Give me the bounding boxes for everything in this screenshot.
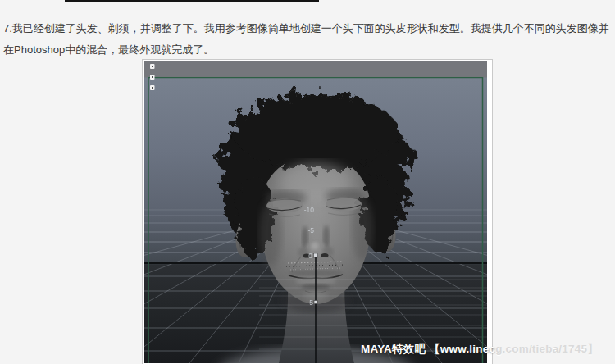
article-page: 7.我已经创建了头发、剃须，并调整了下。我用参考图像简单地创建一个头下面的头皮形… [0,0,615,364]
viewport-canvas: -10 -5 0 5 [144,61,487,363]
previous-image-edge-bar [65,0,319,2]
tutorial-image: -10 -5 0 5 [142,59,493,364]
tutorial-step-text: 7.我已经创建了头发、剃须，并调整了下。我用参考图像简单地创建一个头下面的头皮形… [3,18,613,61]
watermark-overflow: g.com/tieba/1745】 [495,343,599,355]
grid-label-neg5: -5 [308,226,314,234]
viewport-marker-icons [150,64,155,90]
outside-gate-band [144,61,487,77]
grid-label-5: 5 [309,298,313,307]
maya-viewport: -10 -5 0 5 [144,61,487,363]
grid-label-0: 0 [308,252,312,260]
axis-bead-5 [314,301,317,304]
watermark-on-image: MAYA特效吧 【www.linec [361,343,495,355]
axis-bead-0 [314,253,318,257]
grid-label-neg10: -10 [304,206,315,214]
watermark: MAYA特效吧 【www.linecg.com/tieba/1745】 [361,342,599,357]
